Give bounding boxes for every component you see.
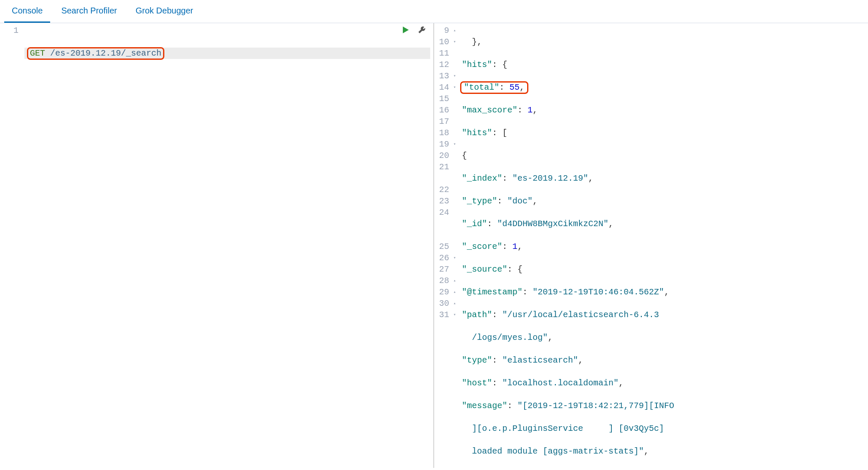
gutter-line: 28▴ bbox=[439, 275, 456, 286]
gutter-line: 13▾ bbox=[439, 70, 456, 82]
request-method: GET bbox=[30, 48, 45, 58]
response-pane: ··· 9▴10▾111213▾14▾1516171819▾2021222324… bbox=[434, 23, 868, 468]
gutter-line: 14▾ bbox=[439, 82, 456, 93]
pane-splitter[interactable]: ··· bbox=[434, 242, 434, 249]
response-viewer[interactable]: }, "hits": { "total": 55, "max_score": 1… bbox=[458, 23, 868, 468]
gutter-line bbox=[439, 218, 456, 230]
gutter-line bbox=[439, 173, 456, 184]
gutter-line: 10▾ bbox=[439, 36, 456, 48]
request-pane: 1 GET /es-2019.12.19/_search bbox=[0, 23, 434, 468]
gutter-line: 22 bbox=[439, 184, 456, 195]
run-button[interactable] bbox=[402, 26, 410, 34]
wrench-icon[interactable] bbox=[418, 26, 426, 34]
request-editor[interactable]: GET /es-2019.12.19/_search bbox=[21, 23, 434, 468]
response-gutter: 9▴10▾111213▾14▾1516171819▾20212223242526… bbox=[434, 23, 458, 468]
request-path: /es-2019.12.19/_search bbox=[50, 48, 161, 58]
fold-expand-icon[interactable]: ▾ bbox=[451, 139, 456, 150]
tab-grok-debugger[interactable]: Grok Debugger bbox=[128, 0, 201, 23]
gutter-line: 31▾ bbox=[439, 309, 456, 320]
fold-expand-icon[interactable]: ▾ bbox=[451, 70, 456, 82]
gutter-line: 21 bbox=[439, 161, 456, 173]
tab-bar: Console Search Profiler Grok Debugger bbox=[0, 0, 868, 23]
total-highlight: "total": 55, bbox=[460, 81, 528, 94]
gutter-line: 17 bbox=[439, 116, 456, 127]
request-line-number: 1 bbox=[13, 25, 19, 36]
fold-expand-icon[interactable]: ▾ bbox=[451, 252, 456, 264]
request-gutter: 1 bbox=[0, 23, 21, 468]
fold-expand-icon[interactable]: ▾ bbox=[451, 82, 456, 93]
gutter-line: 19▾ bbox=[439, 139, 456, 150]
gutter-line: 27 bbox=[439, 264, 456, 275]
gutter-line: 20 bbox=[439, 150, 456, 161]
tab-search-profiler[interactable]: Search Profiler bbox=[54, 0, 124, 23]
gutter-line: 12 bbox=[439, 59, 456, 70]
gutter-line bbox=[439, 230, 456, 241]
gutter-line: 24 bbox=[439, 207, 456, 218]
svg-marker-0 bbox=[403, 27, 409, 33]
gutter-line: 30▴ bbox=[439, 298, 456, 309]
gutter-line: 26▾ bbox=[439, 252, 456, 264]
fold-collapse-icon[interactable]: ▴ bbox=[451, 298, 456, 309]
gutter-line: 15 bbox=[439, 93, 456, 104]
fold-collapse-icon[interactable]: ▴ bbox=[451, 275, 456, 286]
fold-expand-icon[interactable]: ▾ bbox=[451, 36, 456, 48]
gutter-line: 11 bbox=[439, 48, 456, 59]
fold-collapse-icon[interactable]: ▴ bbox=[451, 25, 456, 36]
gutter-line: 29▴ bbox=[439, 286, 456, 298]
tab-console[interactable]: Console bbox=[4, 0, 50, 23]
gutter-line: 23 bbox=[439, 195, 456, 207]
gutter-line: 18 bbox=[439, 127, 456, 139]
gutter-line: 25 bbox=[439, 241, 456, 252]
gutter-line: 16 bbox=[439, 104, 456, 116]
fold-collapse-icon[interactable]: ▴ bbox=[451, 286, 456, 298]
gutter-line: 9▴ bbox=[439, 25, 456, 36]
fold-expand-icon[interactable]: ▾ bbox=[451, 309, 456, 320]
